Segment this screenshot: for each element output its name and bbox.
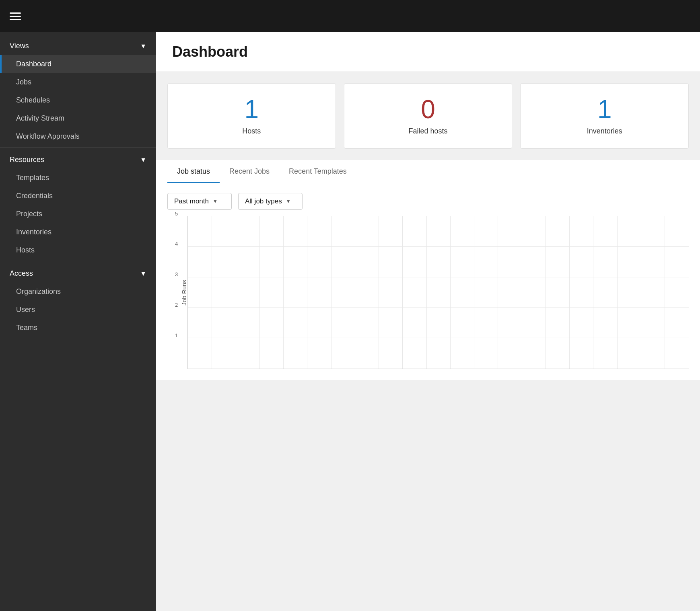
chevron-down-icon: ▼	[140, 270, 146, 277]
grid-label-4: 4	[175, 241, 178, 247]
sidebar-access-label: Access	[10, 269, 33, 278]
sidebar-section-views: Views ▼ Dashboard Jobs Schedules Activit…	[0, 35, 156, 146]
tab-recent-jobs-label: Recent Jobs	[229, 167, 270, 175]
chart-wrapper: Job Runs 5 4 3 2 1	[187, 216, 689, 369]
sidebar-item-label: Users	[16, 306, 35, 314]
stats-container: 1 Hosts 0 Failed hosts 1 Inventories	[156, 72, 700, 160]
v-grid-line	[259, 216, 260, 369]
grid-line-1: 1	[188, 338, 689, 338]
tab-recent-templates[interactable]: Recent Templates	[279, 160, 356, 183]
stat-inventories-label: Inventories	[587, 127, 622, 135]
v-grid-line	[498, 216, 498, 369]
grid-label-1: 1	[175, 332, 178, 338]
sidebar: Views ▼ Dashboard Jobs Schedules Activit…	[0, 32, 156, 611]
hamburger-menu-button[interactable]	[10, 12, 21, 20]
sidebar-item-schedules[interactable]: Schedules	[0, 91, 156, 109]
sidebar-section-access-header[interactable]: Access ▼	[0, 263, 156, 283]
v-grid-line	[546, 216, 546, 369]
content-area: Dashboard 1 Hosts 0 Failed hosts 1 Inven…	[156, 32, 700, 611]
chevron-down-icon: ▼	[213, 199, 218, 204]
sidebar-item-label: Jobs	[16, 78, 31, 86]
sidebar-item-inventories[interactable]: Inventories	[0, 223, 156, 241]
chart-area: Job Runs 5 4 3 2 1	[156, 216, 700, 380]
sidebar-item-label: Projects	[16, 210, 42, 218]
chevron-down-icon: ▼	[140, 156, 146, 164]
grid-line-2: 2	[188, 307, 689, 308]
period-filter-label: Past month	[174, 197, 209, 205]
period-filter-dropdown[interactable]: Past month ▼	[167, 193, 232, 210]
sidebar-item-templates[interactable]: Templates	[0, 169, 156, 187]
v-grid-line	[212, 216, 212, 369]
sidebar-section-resources-header[interactable]: Resources ▼	[0, 149, 156, 169]
stat-card-failed-hosts[interactable]: 0 Failed hosts	[344, 83, 513, 149]
topbar	[0, 0, 700, 32]
stat-failed-hosts-value: 0	[421, 96, 435, 122]
main-layout: Views ▼ Dashboard Jobs Schedules Activit…	[0, 32, 700, 611]
v-grid-line	[236, 216, 236, 369]
sidebar-item-label: Templates	[16, 174, 49, 182]
sidebar-item-organizations[interactable]: Organizations	[0, 283, 156, 301]
chevron-down-icon: ▼	[286, 199, 291, 204]
sidebar-item-dashboard[interactable]: Dashboard	[0, 55, 156, 73]
grid-label-3: 3	[175, 271, 178, 277]
sidebar-item-label: Schedules	[16, 96, 50, 105]
stat-hosts-value: 1	[245, 96, 259, 122]
sidebar-item-label: Credentials	[16, 192, 53, 200]
sidebar-item-users[interactable]: Users	[0, 301, 156, 319]
page-header: Dashboard	[156, 32, 700, 72]
sidebar-item-workflow-approvals[interactable]: Workflow Approvals	[0, 127, 156, 146]
job-type-filter-dropdown[interactable]: All job types ▼	[238, 193, 303, 210]
stat-card-inventories[interactable]: 1 Inventories	[520, 83, 689, 149]
v-grid-line	[307, 216, 307, 369]
v-grid-line	[450, 216, 451, 369]
v-grid-line	[402, 216, 403, 369]
sidebar-item-label: Organizations	[16, 287, 61, 296]
v-grid-line	[593, 216, 593, 369]
sidebar-section-views-header[interactable]: Views ▼	[0, 35, 156, 55]
tab-recent-templates-label: Recent Templates	[289, 167, 347, 175]
grid-line-3: 3	[188, 277, 689, 277]
sidebar-views-label: Views	[10, 42, 29, 50]
v-grid-line	[331, 216, 331, 369]
sidebar-item-label: Hosts	[16, 246, 35, 254]
v-grid-line	[522, 216, 522, 369]
stat-failed-hosts-label: Failed hosts	[408, 127, 447, 135]
tab-job-status-label: Job status	[177, 167, 210, 175]
y-axis-label: Job Runs	[181, 280, 187, 305]
sidebar-item-label: Inventories	[16, 228, 51, 236]
stat-inventories-value: 1	[597, 96, 612, 122]
v-grid-line	[355, 216, 355, 369]
tab-recent-jobs[interactable]: Recent Jobs	[220, 160, 279, 183]
v-grid-line	[569, 216, 570, 369]
sidebar-divider-1	[0, 147, 156, 148]
sidebar-item-label: Workflow Approvals	[16, 132, 80, 141]
page-title: Dashboard	[172, 43, 684, 60]
sidebar-item-projects[interactable]: Projects	[0, 205, 156, 223]
tabs-bar: Job status Recent Jobs Recent Templates	[167, 160, 689, 183]
v-grid-line	[379, 216, 379, 369]
v-grid-line	[283, 216, 284, 369]
sidebar-item-teams[interactable]: Teams	[0, 319, 156, 337]
sidebar-section-resources: Resources ▼ Templates Credentials Projec…	[0, 149, 156, 259]
sidebar-item-jobs[interactable]: Jobs	[0, 73, 156, 91]
sidebar-item-activity-stream[interactable]: Activity Stream	[0, 109, 156, 127]
grid-label-5: 5	[175, 210, 178, 216]
chevron-down-icon: ▼	[140, 43, 146, 50]
sidebar-item-label: Teams	[16, 324, 37, 332]
grid-line-5: 5	[188, 216, 689, 216]
sidebar-item-credentials[interactable]: Credentials	[0, 187, 156, 205]
tab-job-status[interactable]: Job status	[167, 160, 220, 183]
tabs-section: Job status Recent Jobs Recent Templates	[156, 160, 700, 183]
chart-controls: Past month ▼ All job types ▼	[156, 183, 700, 216]
sidebar-divider-2	[0, 261, 156, 261]
v-grid-line	[641, 216, 641, 369]
grid-line-4: 4	[188, 246, 689, 247]
grid-label-2: 2	[175, 301, 178, 308]
v-grid-line	[474, 216, 474, 369]
stat-card-hosts[interactable]: 1 Hosts	[167, 83, 336, 149]
sidebar-item-hosts[interactable]: Hosts	[0, 241, 156, 259]
v-grid-line	[617, 216, 618, 369]
v-grid-line	[665, 216, 665, 369]
sidebar-section-access: Access ▼ Organizations Users Teams	[0, 263, 156, 337]
stat-hosts-label: Hosts	[242, 127, 261, 135]
